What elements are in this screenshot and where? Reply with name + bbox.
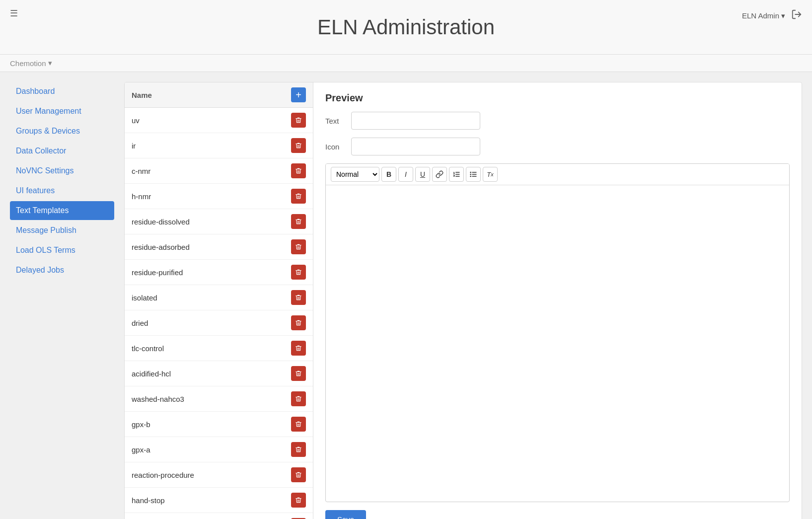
- unordered-list-button[interactable]: [466, 167, 481, 182]
- editor-container: NormalHeading 1Heading 2Heading 3 B I U: [325, 163, 790, 502]
- delete-template-button[interactable]: [291, 315, 306, 330]
- sidebar-item-user-management[interactable]: User Management: [10, 102, 114, 121]
- brand-menu[interactable]: Chemotion ▾: [10, 59, 52, 68]
- delete-template-button[interactable]: [291, 239, 306, 254]
- sidebar-item-ui-features[interactable]: UI features: [10, 181, 114, 200]
- svg-point-7: [470, 172, 471, 172]
- template-name-label: tlc-control: [132, 344, 164, 353]
- delete-template-button[interactable]: [291, 290, 306, 305]
- delete-template-button[interactable]: [291, 214, 306, 229]
- italic-button[interactable]: I: [398, 167, 413, 182]
- template-row: residue-adsorbed: [125, 234, 313, 260]
- delete-template-button[interactable]: [291, 366, 306, 381]
- template-row: isolated: [125, 285, 313, 310]
- template-list-header-label: Name: [132, 91, 152, 99]
- template-row: washed-nahco3: [125, 386, 313, 412]
- template-name-label: isolated: [132, 294, 157, 302]
- template-name-label: gpx-b: [132, 420, 150, 429]
- preview-title: Preview: [325, 92, 790, 104]
- brand-chevron-icon: ▾: [48, 59, 52, 68]
- menu-icon[interactable]: ☰: [10, 8, 18, 19]
- underline-button[interactable]: U: [415, 167, 430, 182]
- template-row: acidified-hcl: [125, 361, 313, 386]
- template-row: dried: [125, 310, 313, 336]
- sidebar-item-text-templates[interactable]: Text Templates: [10, 201, 114, 220]
- sidebar: DashboardUser ManagementGroups & Devices…: [10, 82, 114, 519]
- content-panel: Name + uv ir c-nmr h-nmr: [124, 82, 802, 519]
- user-label: ELN Admin: [742, 11, 779, 20]
- template-row: tlc-control: [125, 336, 313, 361]
- delete-template-button[interactable]: [291, 138, 306, 153]
- delete-template-button[interactable]: [291, 265, 306, 280]
- template-row: reaction-procedure: [125, 462, 313, 488]
- template-name-label: acidified-hcl: [132, 370, 171, 378]
- delete-template-button[interactable]: [291, 493, 306, 508]
- delete-template-button[interactable]: [291, 113, 306, 128]
- template-row: residue-dissolved: [125, 209, 313, 234]
- template-name-label: h-nmr: [132, 192, 151, 201]
- format-select[interactable]: NormalHeading 1Heading 2Heading 3: [331, 167, 379, 182]
- delete-template-button[interactable]: [291, 163, 306, 178]
- delete-template-button[interactable]: [291, 391, 306, 406]
- sidebar-item-groups-devices[interactable]: Groups & Devices: [10, 122, 114, 141]
- text-field-row: Text: [325, 112, 790, 130]
- sub-bar: Chemotion ▾: [0, 55, 812, 72]
- template-name-label: dried: [132, 319, 148, 327]
- sidebar-item-message-publish[interactable]: Message Publish: [10, 221, 114, 240]
- template-name-label: residue-adsorbed: [132, 243, 190, 251]
- sidebar-item-load-ols-terms[interactable]: Load OLS Terms: [10, 241, 114, 260]
- top-bar-right: ELN Admin ▾: [742, 9, 802, 22]
- sidebar-item-novnc-settings[interactable]: NoVNC Settings: [10, 161, 114, 180]
- top-bar: ☰ ELN Administration ELN Admin ▾: [0, 0, 812, 55]
- user-menu[interactable]: ELN Admin ▾: [742, 11, 785, 20]
- template-row: gpx-b: [125, 412, 313, 437]
- template-name-label: residue-purified: [132, 268, 183, 277]
- editor-body[interactable]: [326, 185, 789, 502]
- logout-button[interactable]: [791, 9, 802, 22]
- delete-template-button[interactable]: [291, 442, 306, 457]
- template-row: uv: [125, 108, 313, 133]
- preview-panel: Preview Text Icon NormalHeading 1Heading…: [313, 82, 802, 519]
- icon-label: Icon: [325, 143, 345, 151]
- sidebar-item-data-collector[interactable]: Data Collector: [10, 142, 114, 160]
- link-button[interactable]: [432, 167, 447, 182]
- sidebar-item-dashboard[interactable]: Dashboard: [10, 82, 114, 101]
- template-name-label: c-nmr: [132, 167, 150, 175]
- text-input[interactable]: [351, 112, 480, 130]
- icon-field-row: Icon: [325, 138, 790, 155]
- page-title: ELN Administration: [10, 15, 802, 39]
- add-template-button[interactable]: +: [291, 87, 306, 102]
- template-row: c-nmr: [125, 158, 313, 184]
- user-chevron-icon: ▾: [781, 11, 785, 20]
- svg-point-8: [470, 174, 471, 174]
- template-list-panel: Name + uv ir c-nmr h-nmr: [125, 82, 313, 519]
- delete-template-button[interactable]: [291, 341, 306, 356]
- template-name-label: washed-nahco3: [132, 395, 184, 403]
- template-name-label: uv: [132, 116, 140, 125]
- delete-template-button[interactable]: [291, 417, 306, 432]
- svg-point-9: [470, 176, 471, 176]
- template-row: hand-stop: [125, 488, 313, 513]
- clear-format-button[interactable]: Tx: [483, 167, 498, 182]
- template-name-label: gpx-a: [132, 445, 150, 454]
- template-name-label: reaction-procedure: [132, 471, 194, 479]
- icon-input[interactable]: [351, 138, 480, 155]
- sidebar-item-delayed-jobs[interactable]: Delayed Jobs: [10, 261, 114, 280]
- main-layout: DashboardUser ManagementGroups & Devices…: [0, 72, 812, 519]
- template-list-header: Name +: [125, 82, 313, 108]
- template-row: resin-solvent-reagent: [125, 513, 313, 519]
- template-row: ir: [125, 133, 313, 158]
- editor-toolbar: NormalHeading 1Heading 2Heading 3 B I U: [326, 164, 789, 185]
- template-rows: uv ir c-nmr h-nmr residue-dissolved: [125, 108, 313, 519]
- bold-button[interactable]: B: [381, 167, 396, 182]
- delete-template-button[interactable]: [291, 467, 306, 482]
- template-row: residue-purified: [125, 260, 313, 285]
- text-label: Text: [325, 117, 345, 125]
- template-row: h-nmr: [125, 184, 313, 209]
- delete-template-button[interactable]: [291, 189, 306, 204]
- ordered-list-button[interactable]: [449, 167, 464, 182]
- brand-label: Chemotion: [10, 59, 46, 68]
- template-name-label: ir: [132, 142, 136, 150]
- save-button[interactable]: Save: [325, 510, 366, 519]
- template-row: gpx-a: [125, 437, 313, 462]
